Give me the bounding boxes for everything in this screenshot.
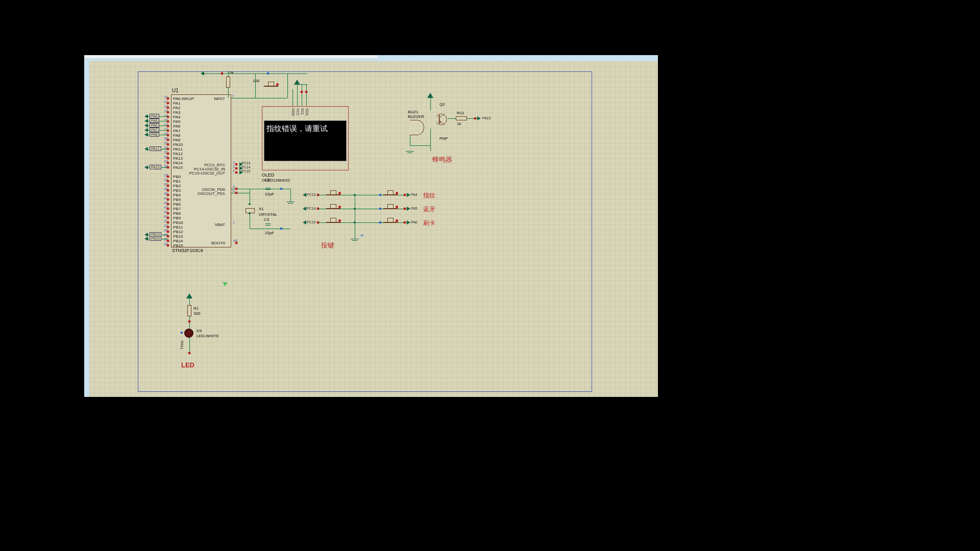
- buzzer-buz1[interactable]: [410, 120, 424, 135]
- pin-oscout: OSCOUT_PD1: [198, 191, 225, 196]
- resistor-r11[interactable]: [456, 116, 467, 120]
- led-ref: D3: [197, 329, 202, 333]
- button-pc15[interactable]: [326, 219, 340, 226]
- net-tag-pa4: PA4: [150, 114, 159, 118]
- svg-line-2: [439, 114, 445, 117]
- mcu-pin-pb8: PB8: [173, 211, 181, 216]
- net-tag-pa5: PA5: [150, 118, 159, 123]
- mcu-pin-pa3: PA3: [173, 110, 181, 115]
- button-label-1: 蓝牙: [423, 205, 435, 214]
- button-pc14[interactable]: [326, 205, 340, 212]
- net-tag-pa11: PA11: [150, 146, 161, 151]
- mcu-pin-pb14: PB14: [173, 239, 183, 243]
- buzzer-ref: BUZ1: [408, 110, 418, 114]
- net-pa15: PA15: [482, 116, 491, 120]
- schematic-canvas[interactable]: U1 STM32F103C6 PA0-WKUP10PA111PA212PA313…: [89, 61, 658, 397]
- net-tag-pa15: PA15: [150, 165, 161, 169]
- buttons-title: 按键: [321, 241, 334, 250]
- led-r-ref: R1: [193, 306, 199, 311]
- mcu-pin-pb5: PB5: [173, 197, 181, 202]
- buzzer-title: 蜂鸣器: [432, 155, 452, 164]
- mcu-pin-pa4: PA4: [173, 115, 181, 119]
- net-tag-pa8: PA8: [150, 132, 159, 137]
- button-label-2: 刷卡: [423, 219, 435, 228]
- mcu-pin-pa7: PA7: [173, 129, 181, 133]
- net-pc15: PC15: [307, 220, 316, 224]
- mcu-pin-pb15: PB15: [173, 243, 183, 248]
- mcu-pin-pa12: PA12: [173, 152, 183, 156]
- mcu-pin-pb0: PB0: [173, 174, 181, 179]
- mcu-pin-pb7: PB7: [173, 207, 181, 211]
- gnd-icon: [351, 239, 359, 244]
- mcu-pin-pa11: PA11: [173, 147, 183, 152]
- mcu-pin-pb11: PB11: [173, 225, 183, 230]
- mcu-pin-pa13: PA13: [173, 156, 183, 161]
- mcu-part: STM32F103C6: [172, 248, 203, 253]
- pin-pc15osc: PC15-OSC32_OUT: [189, 171, 225, 176]
- mcu-pin-pb10: PB10: [173, 220, 183, 225]
- mcu-pin-pa0-wkup: PA0-WKUP: [173, 96, 194, 101]
- mcu-pin-pa8: PA8: [173, 133, 181, 138]
- net-tag-pa6: PA6: [150, 123, 159, 128]
- mcu-ref: U1: [172, 88, 179, 93]
- button-pc13[interactable]: [326, 191, 340, 198]
- oled-screen: 指纹错误，请重试: [264, 120, 347, 161]
- pin-boot0: BOOT0: [211, 241, 225, 245]
- button2-pc14[interactable]: [383, 205, 398, 212]
- proteus-window: U1 STM32F103C6 PA0-WKUP10PA111PA212PA313…: [84, 55, 658, 397]
- origin-marker-icon: ✦: [360, 233, 364, 238]
- net-arrow-icon: [477, 116, 481, 120]
- mcu-pin-pa9: PA9: [173, 138, 181, 142]
- mcu-pin-pb6: PB6: [173, 202, 181, 207]
- toolbar[interactable]: [84, 55, 378, 59]
- net-tag-pa7: PA7: [150, 128, 159, 132]
- mcu-pin-pa1: PA1: [173, 101, 181, 106]
- mcu-pin-pa6: PA6: [173, 124, 181, 129]
- button2-pc13[interactable]: [383, 191, 398, 198]
- mcu-pin-pb1: PB1: [173, 179, 181, 184]
- res-top[interactable]: [226, 77, 230, 88]
- mcu-pin-pb4: PB4: [173, 193, 181, 197]
- oled-ref: OLED: [262, 172, 275, 178]
- gnd-icon: [406, 151, 414, 156]
- transistor-ref: Q2: [439, 102, 445, 107]
- net-pa6: PA6: [411, 220, 418, 224]
- mcu-pin-pb12: PB12: [173, 230, 183, 234]
- pin-vbat: VBAT: [215, 222, 225, 227]
- reset-button[interactable]: [264, 83, 278, 90]
- resistor-r1[interactable]: [187, 305, 191, 316]
- gnd-icon: [286, 202, 295, 207]
- button2-pc15[interactable]: [383, 219, 398, 226]
- net-pa4: PA4: [411, 193, 418, 196]
- mcu-pin-pb9: PB9: [173, 216, 181, 220]
- mcu-pin-pa15: PA15: [173, 165, 183, 170]
- transistor-q2[interactable]: [436, 110, 448, 129]
- pin-nrst: NRST: [214, 96, 225, 101]
- mcu-pin-pb2: PB2: [173, 184, 181, 188]
- led-d3[interactable]: [184, 329, 193, 338]
- button-label-0: 指纹: [423, 191, 435, 200]
- mouse-cursor-icon: ➤: [221, 278, 230, 288]
- mcu-pin-pb3: PB3: [173, 188, 181, 193]
- oled-text: 指纹错误，请重试: [266, 124, 328, 133]
- net-pa5: PA5: [411, 207, 418, 210]
- mcu-pin-pa10: PA10: [173, 142, 183, 147]
- net-pc14: PC14: [307, 207, 316, 210]
- led-title: LED: [181, 361, 194, 369]
- net-pc13: PC13: [307, 193, 316, 196]
- svg-point-0: [436, 114, 447, 125]
- mcu-pin-pa2: PA2: [173, 106, 181, 110]
- mcu-pin-pb13: PB13: [173, 234, 183, 239]
- net-tag-pb15: PB15: [150, 236, 161, 241]
- mcu-pin-pa5: PA5: [173, 119, 181, 124]
- mcu-pin-pa14: PA14: [173, 161, 183, 165]
